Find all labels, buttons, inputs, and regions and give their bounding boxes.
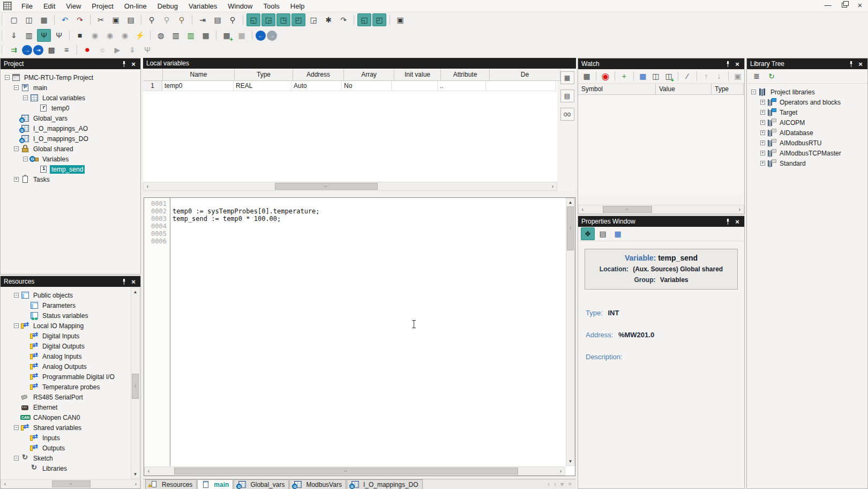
print-info-button[interactable]: ▤ xyxy=(596,227,610,240)
quick-download-button[interactable]: ⚡ xyxy=(133,29,147,42)
minimize-button[interactable]: — xyxy=(820,0,836,12)
expander-plus-icon[interactable]: + xyxy=(760,110,765,115)
expander-minus-icon[interactable]: − xyxy=(14,85,19,90)
pin-icon[interactable] xyxy=(120,278,128,285)
pin-icon[interactable] xyxy=(724,60,731,68)
tree-item-temp-send[interactable]: temp_send xyxy=(1,164,140,174)
tree-item-public-objects[interactable]: −Public objects xyxy=(1,290,140,300)
close-tab-button[interactable]: × xyxy=(568,480,572,488)
expander-plus-icon[interactable]: + xyxy=(760,140,765,145)
load-watch-list-button[interactable]: ◫ xyxy=(650,70,662,83)
expander-minus-icon[interactable]: − xyxy=(14,293,19,298)
expander-minus-icon[interactable]: − xyxy=(751,90,756,94)
tree-item-local-variables[interactable]: −Local variables xyxy=(1,93,140,103)
st-code-editor[interactable]: 00010002temp0 := sysTempProbes[0].temper… xyxy=(144,197,575,476)
scroll-thumb[interactable] xyxy=(603,206,652,213)
compile-download-button[interactable]: ◉ xyxy=(118,29,132,42)
editor-vertical-scrollbar[interactable]: ▲ ▼ xyxy=(566,198,575,466)
expander-plus-icon[interactable]: + xyxy=(14,177,19,182)
expander-minus-icon[interactable]: − xyxy=(23,157,28,161)
cell[interactable]: Auto xyxy=(291,81,342,91)
cell[interactable]: 1 xyxy=(143,81,162,91)
append-watch-list-button[interactable]: ◫ xyxy=(663,70,675,83)
cell[interactable] xyxy=(486,81,556,91)
expander-minus-icon[interactable]: − xyxy=(14,425,19,430)
expander-plus-icon[interactable]: + xyxy=(760,130,765,135)
menu-tools[interactable]: Tools xyxy=(258,1,285,11)
column-header-Address[interactable]: Address xyxy=(293,69,344,81)
resources-vertical-scrollbar[interactable]: ▲ ▼ xyxy=(131,287,140,479)
watch-body[interactable] xyxy=(578,95,744,195)
close-button[interactable]: × xyxy=(852,0,868,12)
tree-item-project-libraries[interactable]: −Project libraries xyxy=(747,87,867,97)
reset-layout-button[interactable]: ↷ xyxy=(336,13,350,26)
watch-column-type[interactable]: Type xyxy=(712,84,744,94)
tree-item-temperature-probes[interactable]: Temperature probes xyxy=(1,382,140,392)
connect-button[interactable]: Ψ xyxy=(37,29,51,42)
tab-modbusvars[interactable]: ModbusVars xyxy=(289,479,346,489)
scroll-left-icon[interactable]: ‹ xyxy=(145,467,153,475)
navigate-back-button[interactable]: ← xyxy=(256,31,266,41)
column-header-Init value[interactable]: Init value xyxy=(394,69,441,81)
print-preview-button[interactable]: ⚲ xyxy=(226,13,240,26)
recompile-all-button[interactable]: ◉ xyxy=(103,29,117,42)
column-header-De[interactable]: De xyxy=(490,69,560,81)
tree-item-canopen-can0[interactable]: CANopen CAN0 xyxy=(1,412,140,423)
cell[interactable]: temp0 xyxy=(162,81,234,91)
insert-symbol-button[interactable]: + xyxy=(618,70,630,83)
cut-button[interactable]: ✂ xyxy=(94,13,108,26)
duplicate-symbol-button[interactable]: ▣ xyxy=(732,70,744,83)
expander-minus-icon[interactable]: − xyxy=(23,95,28,100)
track-selection-button[interactable]: ❖ xyxy=(581,227,595,240)
new-project-button[interactable]: ▢ xyxy=(7,13,21,26)
tree-item-digital-outputs[interactable]: Digital Outputs xyxy=(1,341,140,351)
app-icon[interactable] xyxy=(3,2,12,10)
tree-item-programmable-digital-i-o[interactable]: Programmable Digital I/O xyxy=(1,372,140,382)
tree-item-aimodbusrtu[interactable]: +AIModbusRTU xyxy=(747,138,867,148)
text-view-button[interactable]: ▤ xyxy=(560,90,574,102)
tree-item-analog-outputs[interactable]: Analog Outputs xyxy=(1,361,140,372)
toggle-output-window-button[interactable]: ◲ xyxy=(261,13,275,26)
scroll-left-icon[interactable]: ‹ xyxy=(144,182,152,190)
debug-run-button[interactable]: ▶ xyxy=(110,43,124,56)
save-info-button[interactable]: ▦ xyxy=(611,227,625,240)
live-debug-button[interactable]: ● xyxy=(80,43,94,56)
menu-edit[interactable]: Edit xyxy=(38,1,61,11)
tree-item-i-o-mappings-do[interactable]: I_O_mappings_DO xyxy=(1,134,140,144)
undo-button[interactable]: ↶ xyxy=(58,13,72,26)
watch-view-button[interactable]: oo xyxy=(560,108,574,121)
redo-button[interactable]: ↷ xyxy=(73,13,87,26)
menu-file[interactable]: File xyxy=(16,1,38,11)
tree-item-main[interactable]: −main xyxy=(1,83,140,93)
save-project-button[interactable]: ▦ xyxy=(37,13,51,26)
expander-plus-icon[interactable]: + xyxy=(760,100,765,105)
code-line[interactable]: 0003temp_send := temp0 * 100.00; xyxy=(144,215,565,223)
tree-item-target[interactable]: +Target xyxy=(747,107,867,117)
tree-item-temp0[interactable]: temp0 xyxy=(1,103,140,113)
table-row[interactable]: 1temp0REALAutoNo.. xyxy=(143,81,557,91)
scroll-thumb[interactable] xyxy=(52,480,91,487)
toggle-watch-window-button[interactable]: ◰ xyxy=(291,13,305,26)
close-panel-icon[interactable]: × xyxy=(857,60,864,68)
menu-help[interactable]: Help xyxy=(285,1,310,11)
menu-project[interactable]: Project xyxy=(86,1,118,11)
tree-item-local-io-mapping[interactable]: −Local IO Mapping xyxy=(1,321,140,331)
download-target-button[interactable]: ⇓ xyxy=(7,29,21,42)
tree-item-outputs[interactable]: Outputs xyxy=(1,443,140,453)
expander-minus-icon[interactable]: − xyxy=(14,456,19,461)
tree-item-aimodbustcpmaster[interactable]: +AIModbusTCPMaster xyxy=(747,148,867,158)
tree-item-global-shared[interactable]: −Global shared xyxy=(1,144,140,154)
watch-window-button[interactable]: ▦ xyxy=(199,29,213,42)
find-next-button[interactable]: ⚲ xyxy=(160,13,174,26)
tree-item-rs485-serialport[interactable]: RS485 SerialPort xyxy=(1,392,140,402)
editor-horizontal-scrollbar[interactable]: ‹ › xyxy=(144,466,565,476)
tree-item-operators-and-blocks[interactable]: +Operators and blocks xyxy=(747,97,867,107)
scroll-up-icon[interactable]: ▲ xyxy=(131,288,139,296)
move-up-button[interactable]: ↑ xyxy=(700,70,712,83)
scroll-right-icon[interactable]: › xyxy=(549,182,557,190)
code-line[interactable]: 0002temp0 := sysTempProbes[0].temperatur… xyxy=(144,208,565,215)
toggle-project-window-button[interactable]: ◱ xyxy=(246,13,260,26)
stop-compile-button[interactable]: ■ xyxy=(73,29,87,42)
module-config-button[interactable]: ▥ xyxy=(22,29,36,42)
tree-item-digital-inputs[interactable]: Digital Inputs xyxy=(1,331,140,341)
